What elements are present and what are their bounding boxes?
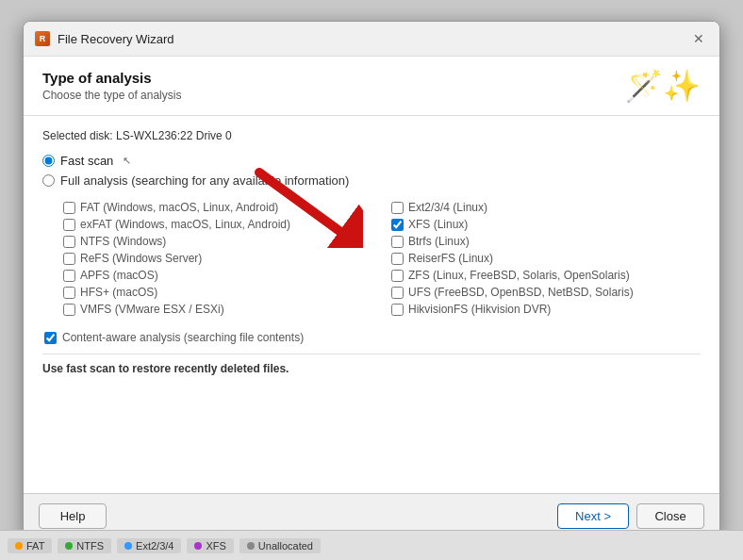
- full-analysis-label[interactable]: Full analysis (searching for any availab…: [60, 173, 349, 188]
- checkbox-zfs[interactable]: ZFS (Linux, FreeBSD, Solaris, OpenSolari…: [391, 269, 701, 282]
- ufs-checkbox[interactable]: [391, 287, 404, 299]
- reiserfs-checkbox[interactable]: [391, 253, 404, 265]
- checkbox-vmfs[interactable]: VMFS (VMware ESX / ESXi): [63, 303, 372, 316]
- ext-dot: [124, 542, 132, 550]
- ntfs-dot: [65, 542, 73, 550]
- taskbar-xfs-label: XFS: [206, 540, 225, 552]
- header-title: Type of analysis: [42, 70, 181, 86]
- wizard-icon: 🪄✨: [625, 71, 701, 101]
- full-analysis-option[interactable]: Full analysis (searching for any availab…: [42, 173, 701, 188]
- fat-dot: [15, 542, 23, 550]
- checkbox-hfsplus[interactable]: HFS+ (macOS): [63, 286, 372, 299]
- close-button[interactable]: Close: [636, 503, 704, 529]
- taskbar-ntfs[interactable]: NTFS: [58, 538, 111, 553]
- help-button[interactable]: Help: [39, 503, 107, 529]
- checkbox-ntfs[interactable]: NTFS (Windows): [63, 235, 372, 248]
- dialog-title: File Recovery Wizard: [58, 32, 174, 46]
- btrfs-checkbox[interactable]: [391, 236, 404, 248]
- file-recovery-dialog: R File Recovery Wizard ✕ Type of analysi…: [23, 21, 720, 539]
- taskbar-ext[interactable]: Ext2/3/4: [117, 538, 181, 553]
- title-bar-left: R File Recovery Wizard: [35, 31, 174, 46]
- selected-disk-label: Selected disk: LS-WXL236:22 Drive 0: [42, 129, 701, 142]
- taskbar-unallocated-label: Unallocated: [258, 540, 313, 552]
- dialog-body: Selected disk: LS-WXL236:22 Drive 0 Fast…: [24, 116, 719, 493]
- app-icon: R: [35, 31, 50, 46]
- vmfs-checkbox[interactable]: [63, 304, 75, 316]
- close-window-button[interactable]: ✕: [689, 29, 708, 48]
- checkbox-fat[interactable]: FAT (Windows, macOS, Linux, Android): [63, 201, 372, 214]
- checkbox-refs[interactable]: ReFS (Windows Server): [63, 252, 372, 265]
- hikvision-checkbox[interactable]: [391, 304, 404, 316]
- checkbox-apfs[interactable]: APFS (macOS): [63, 269, 372, 282]
- header-section: Type of analysis Choose the type of anal…: [24, 57, 719, 116]
- checkbox-hikvision[interactable]: HikvisionFS (Hikvision DVR): [391, 303, 701, 316]
- fast-scan-option[interactable]: Fast scan ↖: [42, 154, 701, 168]
- taskbar-ntfs-label: NTFS: [76, 540, 104, 552]
- header-text: Type of analysis Choose the type of anal…: [42, 70, 181, 102]
- taskbar-xfs[interactable]: XFS: [187, 538, 233, 553]
- taskbar-unallocated[interactable]: Unallocated: [239, 538, 321, 553]
- content-aware-label[interactable]: Content-aware analysis (searching file c…: [62, 331, 304, 344]
- fat-checkbox[interactable]: [63, 202, 75, 214]
- filesystem-checkboxes: FAT (Windows, macOS, Linux, Android) Ext…: [63, 195, 701, 321]
- footer-right-buttons: Next > Close: [557, 503, 704, 529]
- content-aware-checkbox[interactable]: [44, 332, 57, 344]
- next-button[interactable]: Next >: [557, 503, 629, 529]
- checkbox-reiserfs[interactable]: ReiserFS (Linux): [391, 252, 701, 265]
- checkbox-ext234[interactable]: Ext2/3/4 (Linux): [391, 201, 701, 214]
- hfsplus-checkbox[interactable]: [63, 287, 75, 299]
- xfs-checkbox[interactable]: [391, 219, 404, 231]
- info-text: Use fast scan to restore recently delete…: [42, 354, 701, 375]
- xfs-dot: [194, 542, 202, 550]
- checkbox-exfat[interactable]: exFAT (Windows, macOS, Linux, Android): [63, 218, 372, 231]
- zfs-checkbox[interactable]: [391, 270, 404, 282]
- checkbox-xfs[interactable]: XFS (Linux): [391, 218, 701, 231]
- unallocated-dot: [247, 542, 255, 550]
- fast-scan-radio[interactable]: [42, 155, 55, 167]
- fast-scan-label[interactable]: Fast scan: [60, 154, 113, 168]
- taskbar-fat[interactable]: FAT: [8, 538, 52, 553]
- title-bar: R File Recovery Wizard ✕: [24, 22, 719, 57]
- full-analysis-radio[interactable]: [42, 174, 55, 187]
- taskbar: FAT NTFS Ext2/3/4 XFS Unallocated: [0, 530, 743, 560]
- cursor-hint: ↖: [123, 155, 131, 167]
- exfat-checkbox[interactable]: [63, 219, 75, 231]
- checkbox-btrfs[interactable]: Btrfs (Linux): [391, 235, 701, 248]
- checkbox-ufs[interactable]: UFS (FreeBSD, OpenBSD, NetBSD, Solaris): [391, 286, 701, 299]
- ext234-checkbox[interactable]: [391, 202, 404, 214]
- header-subtitle: Choose the type of analysis: [42, 89, 181, 102]
- taskbar-fat-label: FAT: [26, 540, 44, 552]
- content-aware-section[interactable]: Content-aware analysis (searching file c…: [42, 331, 701, 344]
- apfs-checkbox[interactable]: [63, 270, 75, 282]
- ntfs-checkbox[interactable]: [63, 236, 75, 248]
- refs-checkbox[interactable]: [63, 253, 75, 265]
- taskbar-ext-label: Ext2/3/4: [136, 540, 173, 552]
